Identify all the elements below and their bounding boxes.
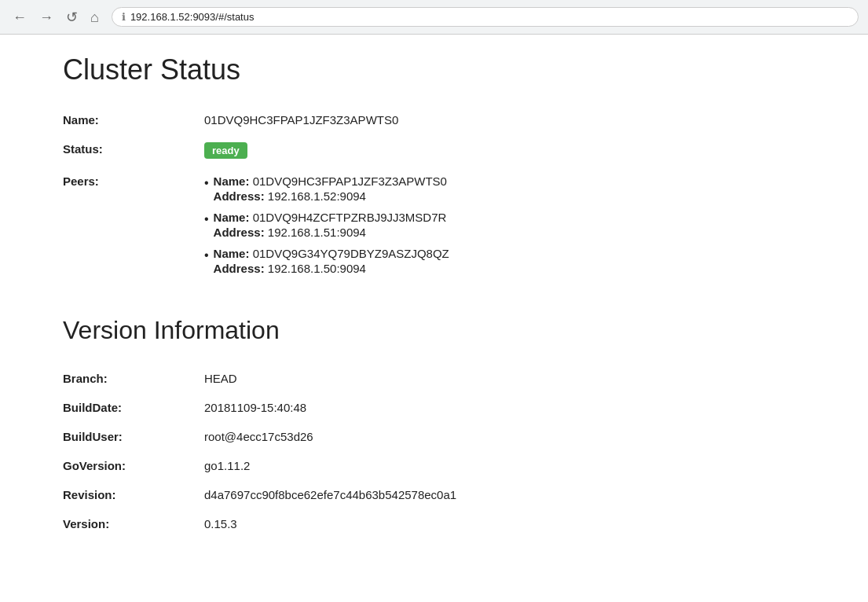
peer-2-name: Name: 01DVQ9H4ZCFTPZRBJ9JJ3MSD7R	[214, 211, 447, 224]
cluster-status-heading: Cluster Status	[63, 53, 691, 86]
peer-1-name-label: Name:	[214, 174, 250, 188]
status-row: Status: ready	[63, 134, 691, 167]
peer-item-1: Name: 01DVQ9HC3FPAP1JZF3Z3APWTS0 Address…	[204, 174, 691, 203]
address-bar[interactable]: ℹ 192.168.1.52:9093/#/status	[112, 7, 859, 27]
url-text: 192.168.1.52:9093/#/status	[130, 11, 255, 23]
revision-row: Revision: d4a7697cc90f8bce62efe7c44b63b5…	[63, 480, 691, 509]
reload-button[interactable]: ↺	[63, 9, 81, 26]
name-value: 01DVQ9HC3FPAP1JZF3Z3APWTS0	[204, 105, 691, 134]
peer-3-address: Address: 192.168.1.50:9094	[214, 262, 449, 275]
revision-label: Revision:	[63, 480, 204, 509]
goversion-row: GoVersion: go1.11.2	[63, 451, 691, 480]
peer-2-address-label: Address:	[214, 226, 265, 239]
page-content: Cluster Status Name: 01DVQ9HC3FPAP1JZF3Z…	[0, 35, 754, 563]
home-button[interactable]: ⌂	[87, 9, 102, 26]
peer-2-name-label: Name:	[214, 211, 250, 224]
version-row: Version: 0.15.3	[63, 509, 691, 538]
peer-entry-3: Name: 01DVQ9G34YQ79DBYZ9ASZJQ8QZ Address…	[214, 247, 449, 275]
peer-entry-2: Name: 01DVQ9H4ZCFTPZRBJ9JJ3MSD7R Address…	[214, 211, 447, 239]
status-badge: ready	[204, 142, 247, 159]
status-label: Status:	[63, 134, 204, 167]
version-info-heading: Version Information	[63, 316, 691, 345]
goversion-value: go1.11.2	[204, 451, 691, 480]
version-value: 0.15.3	[204, 509, 691, 538]
nav-buttons: ← → ↺ ⌂	[9, 9, 102, 26]
peers-row: Peers: Name: 01DVQ9HC3FPAP1JZF3Z3APWTS0 …	[63, 167, 691, 291]
peer-3-address-label: Address:	[214, 262, 265, 275]
browser-chrome: ← → ↺ ⌂ ℹ 192.168.1.52:9093/#/status	[0, 0, 868, 35]
info-icon: ℹ	[122, 11, 126, 23]
name-row: Name: 01DVQ9HC3FPAP1JZF3Z3APWTS0	[63, 105, 691, 134]
peer-1-address: Address: 192.168.1.52:9094	[214, 189, 447, 203]
branch-label: Branch:	[63, 364, 204, 393]
builduser-label: BuildUser:	[63, 422, 204, 451]
goversion-label: GoVersion:	[63, 451, 204, 480]
peers-label: Peers:	[63, 167, 204, 291]
builddate-value: 20181109-15:40:48	[204, 393, 691, 422]
peer-1-address-label: Address:	[214, 189, 265, 203]
peer-1-name: Name: 01DVQ9HC3FPAP1JZF3Z3APWTS0	[214, 174, 447, 188]
builduser-value: root@4ecc17c53d26	[204, 422, 691, 451]
version-label: Version:	[63, 509, 204, 538]
peers-value: Name: 01DVQ9HC3FPAP1JZF3Z3APWTS0 Address…	[204, 167, 691, 291]
peer-item-3: Name: 01DVQ9G34YQ79DBYZ9ASZJQ8QZ Address…	[204, 247, 691, 275]
peer-3-name: Name: 01DVQ9G34YQ79DBYZ9ASZJQ8QZ	[214, 247, 449, 260]
peer-3-name-value: 01DVQ9G34YQ79DBYZ9ASZJQ8QZ	[253, 247, 449, 260]
peers-list: Name: 01DVQ9HC3FPAP1JZF3Z3APWTS0 Address…	[204, 174, 691, 275]
peer-2-name-value: 01DVQ9H4ZCFTPZRBJ9JJ3MSD7R	[253, 211, 447, 224]
peer-item-2: Name: 01DVQ9H4ZCFTPZRBJ9JJ3MSD7R Address…	[204, 211, 691, 239]
peer-3-name-label: Name:	[214, 247, 250, 260]
peer-2-address-value: 192.168.1.51:9094	[268, 226, 366, 239]
cluster-status-table: Name: 01DVQ9HC3FPAP1JZF3Z3APWTS0 Status:…	[63, 105, 691, 291]
peer-3-address-value: 192.168.1.50:9094	[268, 262, 366, 275]
forward-button[interactable]: →	[36, 9, 57, 26]
peer-entry-1: Name: 01DVQ9HC3FPAP1JZF3Z3APWTS0 Address…	[214, 174, 447, 203]
name-label: Name:	[63, 105, 204, 134]
peer-1-address-value: 192.168.1.52:9094	[268, 189, 366, 203]
builduser-row: BuildUser: root@4ecc17c53d26	[63, 422, 691, 451]
back-button[interactable]: ←	[9, 9, 30, 26]
builddate-label: BuildDate:	[63, 393, 204, 422]
peer-1-name-value: 01DVQ9HC3FPAP1JZF3Z3APWTS0	[253, 174, 447, 188]
builddate-row: BuildDate: 20181109-15:40:48	[63, 393, 691, 422]
branch-row: Branch: HEAD	[63, 364, 691, 393]
branch-value: HEAD	[204, 364, 691, 393]
version-info-table: Branch: HEAD BuildDate: 20181109-15:40:4…	[63, 364, 691, 538]
peer-2-address: Address: 192.168.1.51:9094	[214, 226, 447, 239]
status-value: ready	[204, 134, 691, 167]
revision-value: d4a7697cc90f8bce62efe7c44b63b542578ec0a1	[204, 480, 691, 509]
